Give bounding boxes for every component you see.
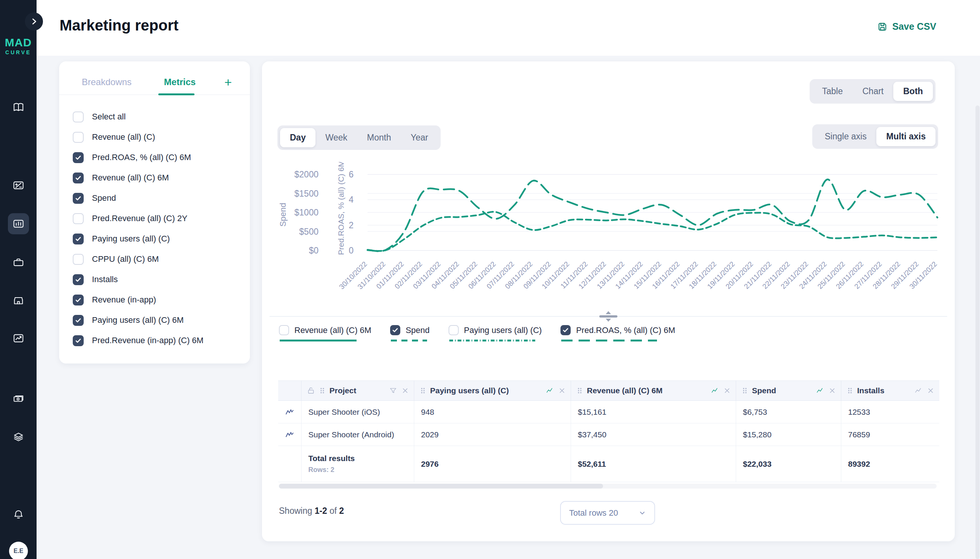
sidebar-item-book[interactable] (0, 97, 36, 118)
save-csv-button[interactable]: Save CSV (877, 21, 936, 32)
metric-checkbox[interactable] (73, 132, 84, 143)
metric-checkbox[interactable] (73, 254, 84, 265)
metric-item[interactable]: Pred.Revenue (in-app) (C) 6M (73, 330, 242, 351)
column-header-paying-users-all-c-[interactable]: Paying users (all) (C) (414, 381, 571, 401)
metric-checkbox[interactable] (73, 335, 84, 346)
drag-icon[interactable] (319, 387, 326, 394)
metric-checkbox[interactable] (73, 315, 84, 326)
filter-icon[interactable] (389, 387, 397, 395)
legend-checkbox[interactable] (449, 325, 459, 335)
view-toggle-option-both[interactable]: Both (893, 82, 932, 101)
add-metric-button[interactable]: + (224, 76, 232, 89)
metric-item[interactable]: Installs (73, 270, 242, 289)
column-header-label: Paying users (all) (C) (430, 386, 509, 395)
trend-icon[interactable] (914, 387, 923, 395)
sidebar-item-bell[interactable] (0, 504, 36, 525)
metric-checkbox[interactable] (73, 294, 84, 306)
granularity-option-day[interactable]: Day (280, 128, 315, 147)
metric-item[interactable]: Paying users (all) (C) (73, 229, 242, 249)
metric-item[interactable]: Revenue (in-app) (73, 289, 242, 310)
table-horizontal-scrollbar[interactable] (279, 484, 937, 489)
drag-icon[interactable] (420, 387, 426, 394)
sidebar-item-layers[interactable] (0, 427, 36, 448)
total-rows-select[interactable]: Total rows 20 (560, 501, 655, 525)
close-icon[interactable] (828, 387, 836, 395)
sidebar-item-calculator[interactable] (0, 175, 36, 196)
metric-item[interactable]: Paying users (all) (C) 6M (73, 310, 242, 330)
column-header-spend[interactable]: Spend (736, 381, 841, 401)
drag-icon[interactable] (741, 387, 748, 394)
lock-icon[interactable] (307, 387, 315, 395)
legend-item[interactable]: Paying users (all) (C) (449, 325, 542, 342)
legend-checkbox[interactable] (279, 325, 289, 335)
tab-breakdowns[interactable]: Breakdowns (82, 77, 131, 88)
svg-text:4: 4 (349, 195, 353, 205)
granularity-option-week[interactable]: Week (315, 128, 357, 147)
legend-item[interactable]: Pred.ROAS, % (all) (C) 6M (560, 325, 675, 342)
legend-item[interactable]: Spend (390, 325, 430, 342)
trend-icon[interactable] (816, 387, 824, 395)
legend-label: Spend (406, 326, 430, 335)
cash-icon (12, 392, 25, 405)
briefcase-icon (12, 256, 25, 268)
axis-mode-option-multi-axis[interactable]: Multi axis (876, 127, 935, 146)
metric-checkbox[interactable] (73, 172, 84, 184)
view-toggle-option-table[interactable]: Table (812, 82, 852, 101)
metric-item[interactable]: Spend (73, 188, 242, 208)
drag-icon[interactable] (847, 387, 853, 394)
column-header-revenue-all-c-6m[interactable]: Revenue (all) (C) 6M (571, 381, 736, 401)
chart-resize-handle[interactable] (270, 314, 947, 318)
metric-item[interactable]: Pred.ROAS, % (all) (C) 6M (73, 147, 242, 168)
legend-checkbox[interactable] (560, 325, 570, 335)
legend-label: Pred.ROAS, % (all) (C) 6M (576, 326, 675, 335)
metric-item[interactable]: Pred.Revenue (all) (C) 2Y (73, 208, 242, 229)
project-cell: Super Shooter (Android) (302, 423, 414, 446)
granularity-toggle: DayWeekMonthYear (277, 126, 441, 150)
metric-checkbox[interactable] (73, 233, 84, 245)
column-header-installs[interactable]: Installs (841, 381, 939, 401)
metric-item[interactable]: Revenue (all) (C) 6M (73, 168, 242, 188)
sidebar-item-bar-chart[interactable] (0, 213, 36, 234)
scrollbar-thumb[interactable] (279, 484, 603, 489)
image-chart-icon (12, 332, 25, 344)
column-header-project[interactable]: Project (302, 381, 414, 401)
legend-item[interactable]: Revenue (all) (C) 6M (279, 325, 371, 342)
close-icon[interactable] (401, 387, 410, 395)
metric-checkbox[interactable] (73, 274, 84, 285)
sidebar-collapse-button[interactable] (25, 12, 43, 30)
trend-icon[interactable] (711, 387, 719, 395)
row-chart-toggle[interactable] (278, 401, 302, 423)
metric-item[interactable]: CPPU (all) (C) 6M (73, 249, 242, 270)
metric-checkbox[interactable] (73, 111, 84, 122)
chart: $0$500$1000$1500$20000246SpendPred.ROAS,… (268, 162, 950, 313)
metric-item[interactable]: Revenue (all) (C) (73, 127, 242, 147)
legend-label: Revenue (all) (C) 6M (294, 326, 371, 335)
sidebar-item-store[interactable] (0, 290, 36, 311)
user-avatar[interactable]: E.E (9, 542, 28, 559)
granularity-option-month[interactable]: Month (357, 128, 401, 147)
metric-label: CPPU (all) (C) 6M (92, 254, 159, 264)
metric-item[interactable]: Select all (73, 107, 242, 127)
metric-checkbox[interactable] (73, 213, 84, 224)
sidebar-item-briefcase[interactable] (0, 251, 36, 273)
axis-mode-option-single-axis[interactable]: Single axis (815, 127, 876, 146)
sidebar-item-cash[interactable] (0, 388, 36, 409)
page-vertical-scrollbar[interactable] (975, 106, 980, 559)
trend-icon[interactable] (546, 387, 554, 395)
view-toggle-option-chart[interactable]: Chart (852, 82, 893, 101)
metric-checkbox[interactable] (73, 193, 84, 204)
close-icon[interactable] (723, 387, 731, 395)
granularity-option-year[interactable]: Year (401, 128, 438, 147)
sidebar-item-image-chart[interactable] (0, 328, 36, 349)
legend-checkbox[interactable] (390, 325, 400, 335)
sidebar: MAD CURVE E.E (0, 0, 36, 559)
tab-metrics[interactable]: Metrics (164, 77, 196, 88)
drag-icon[interactable] (576, 387, 583, 394)
layers-icon (12, 431, 25, 443)
tabs-separator (59, 94, 250, 95)
close-icon[interactable] (558, 387, 566, 395)
close-icon[interactable] (927, 387, 935, 395)
metric-checkbox[interactable] (73, 152, 84, 163)
chevron-right-icon (30, 17, 38, 26)
row-chart-toggle[interactable] (278, 423, 302, 446)
